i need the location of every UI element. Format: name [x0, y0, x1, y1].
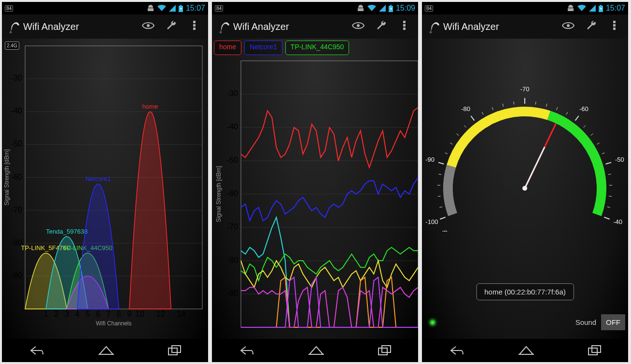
overflow-icon[interactable]: [185, 21, 204, 33]
svg-text:-40: -40: [11, 107, 22, 115]
svg-text:-40: -40: [227, 123, 238, 131]
svg-text:12: 12: [156, 310, 165, 318]
signal-icon: [379, 5, 386, 12]
svg-rect-48: [403, 24, 406, 27]
svg-rect-5: [193, 24, 196, 27]
svg-rect-69: [600, 5, 602, 6]
ssid-selector[interactable]: home (00:22:b0:77:7f:6a): [476, 283, 574, 300]
android-icon: [567, 5, 575, 12]
svg-rect-67: [382, 346, 391, 352]
svg-rect-6: [193, 28, 196, 30]
svg-rect-42: [172, 346, 181, 352]
legend-item[interactable]: Netcore1: [244, 41, 282, 55]
svg-text:9: 9: [127, 310, 131, 318]
android-icon: [147, 5, 154, 12]
svg-rect-125: [592, 346, 601, 352]
back-button[interactable]: [29, 345, 44, 356]
home-button[interactable]: [308, 345, 324, 356]
svg-text:-90: -90: [425, 156, 435, 163]
status-bar: 84 15:07: [422, 2, 628, 14]
svg-rect-41: [168, 348, 177, 355]
eye-icon[interactable]: [559, 21, 578, 32]
wrench-icon[interactable]: [372, 20, 391, 34]
svg-line-111: [591, 134, 593, 136]
svg-text:-70: -70: [227, 223, 238, 231]
eye-icon[interactable]: [139, 21, 158, 32]
svg-text:4: 4: [75, 310, 79, 318]
overflow-icon[interactable]: [605, 21, 624, 33]
nav-bar: [212, 339, 418, 362]
svg-text:Signal Strength [dBm]: Signal Strength [dBm]: [215, 166, 222, 223]
meter-screen: -100-90-80-70-60-50-40dBm home (00:22:b0…: [422, 39, 628, 339]
time-chart: -30-40-50-60-70-80-90Signal Strength [dB…: [212, 39, 418, 339]
svg-text:-80: -80: [461, 105, 470, 112]
status-bar: 84 15:09: [212, 2, 418, 14]
svg-rect-124: [589, 348, 597, 355]
svg-line-97: [457, 134, 459, 136]
nav-bar: [2, 339, 208, 362]
svg-text:Netcore1: Netcore1: [85, 175, 111, 182]
svg-line-118: [607, 207, 610, 207]
svg-text:-70: -70: [11, 206, 22, 214]
svg-line-108: [566, 112, 568, 114]
recents-button[interactable]: [588, 345, 602, 356]
app-title: Wifi Analyzer: [233, 21, 345, 32]
phone-1: 84 15:07 Wifi Analyzer 2.4G -30-40-50-60…: [2, 2, 208, 362]
svg-line-99: [473, 118, 475, 121]
svg-text:5: 5: [85, 310, 90, 318]
wrench-icon[interactable]: [582, 20, 601, 34]
svg-line-109: [575, 118, 577, 121]
svg-text:Signal Strength [dBm]: Signal Strength [dBm]: [3, 149, 10, 206]
svg-point-123: [522, 186, 527, 191]
svg-point-45: [220, 31, 222, 34]
wifi-icon: [367, 5, 376, 12]
home-button[interactable]: [518, 345, 534, 356]
channel-graph-screen: 2.4G -30-40-50-60-70-80-9012345678910121…: [2, 39, 208, 339]
svg-text:10: 10: [136, 310, 144, 318]
status-led: [430, 320, 435, 325]
svg-text:-50: -50: [227, 156, 238, 164]
svg-rect-44: [390, 5, 392, 6]
signal-icon: [169, 5, 176, 12]
recents-button[interactable]: [168, 345, 182, 356]
svg-text:-100: -100: [425, 218, 438, 225]
svg-text:-30: -30: [227, 89, 238, 98]
sound-toggle[interactable]: OFF: [601, 314, 625, 330]
phone-2: 84 15:09 Wifi Analyzer homeNetcore1TP-LI…: [212, 2, 418, 362]
home-button[interactable]: [98, 345, 114, 356]
svg-line-110: [584, 126, 586, 127]
svg-line-100: [482, 112, 483, 114]
clock: 15:07: [186, 4, 205, 13]
legend-item[interactable]: home: [214, 41, 241, 55]
phone-3: 84 15:07 Wifi Analyzer -100-90-80-70-60-…: [422, 2, 628, 362]
svg-text:-70: -70: [520, 85, 530, 93]
svg-line-103: [514, 101, 514, 104]
svg-rect-66: [379, 348, 387, 355]
svg-rect-1: [180, 5, 182, 6]
svg-line-91: [438, 196, 441, 196]
svg-text:8: 8: [117, 310, 121, 318]
nav-bar: [422, 339, 628, 362]
band-badge[interactable]: 2.4G: [5, 42, 19, 50]
legend-item[interactable]: TP-LINK_44C950: [285, 41, 350, 55]
svg-line-90: [439, 207, 442, 207]
svg-text:6: 6: [96, 310, 100, 318]
overflow-icon[interactable]: [395, 21, 414, 33]
svg-text:3: 3: [65, 310, 69, 318]
bat-icon: [599, 5, 603, 12]
recents-button[interactable]: [378, 345, 392, 356]
svg-line-98: [464, 126, 466, 127]
svg-point-46: [357, 24, 360, 27]
back-button[interactable]: [449, 345, 464, 356]
svg-text:-60: -60: [227, 189, 238, 197]
channel-chart: -30-40-50-60-70-80-90123456789101214Wifi…: [2, 39, 208, 339]
back-button[interactable]: [239, 345, 254, 356]
svg-text:-40: -40: [613, 218, 622, 225]
svg-text:-60: -60: [11, 173, 22, 181]
wrench-icon[interactable]: [162, 20, 181, 34]
svg-line-102: [503, 104, 504, 107]
svg-text:-90: -90: [11, 271, 22, 280]
action-bar: Wifi Analyzer: [422, 14, 628, 39]
wifi-icon: [157, 5, 166, 12]
eye-icon[interactable]: [349, 21, 368, 32]
